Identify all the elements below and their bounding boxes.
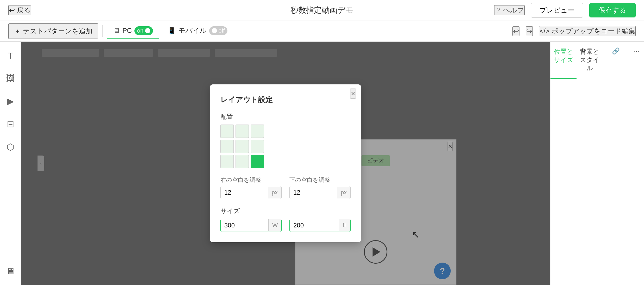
align-cell-top-right[interactable] bbox=[251, 125, 264, 138]
height-unit: H bbox=[339, 219, 350, 231]
size-label: サイズ bbox=[220, 207, 351, 215]
right-panel-tabs: 位置とサイズ 背景とスタイル 🔗 ⋯ bbox=[550, 42, 644, 79]
height-input[interactable] bbox=[290, 219, 339, 232]
bottom-margin-input-wrap: px bbox=[289, 186, 351, 199]
help-button[interactable]: ？ ヘルプ bbox=[494, 5, 525, 15]
preview-button[interactable]: プレビュー bbox=[531, 3, 583, 18]
toggle-off-label: off bbox=[219, 27, 225, 34]
sidebar-icon-text[interactable]: T bbox=[4, 47, 17, 64]
tab-position-size[interactable]: 位置とサイズ bbox=[550, 42, 577, 79]
top-bar-right: ？ ヘルプ プレビュー 保存する bbox=[494, 3, 636, 18]
align-cell-bot-right[interactable] bbox=[251, 155, 264, 168]
save-button[interactable]: 保存する bbox=[589, 3, 636, 17]
pc-label: PC bbox=[122, 27, 132, 35]
sidebar-icon-image[interactable]: 🖼 bbox=[2, 70, 18, 87]
align-cell-top-center[interactable] bbox=[236, 125, 249, 138]
align-cell-bot-center[interactable] bbox=[236, 155, 249, 168]
placement-label: 配置 bbox=[220, 113, 351, 121]
right-margin-input-wrap: px bbox=[220, 186, 282, 199]
tab-pc[interactable]: 🖥 PC on bbox=[107, 24, 159, 39]
add-pattern-label: テストパターンを追加 bbox=[23, 27, 92, 36]
tab-mobile[interactable]: 📱 モバイル off bbox=[161, 23, 234, 39]
sidebar-icon-shape[interactable]: ⬡ bbox=[3, 138, 18, 156]
tab-more[interactable]: ⋯ bbox=[629, 42, 644, 79]
back-icon: ↩ bbox=[9, 6, 15, 15]
redo-button[interactable]: ↪ bbox=[526, 26, 533, 36]
mobile-label: モバイル bbox=[178, 26, 207, 35]
left-sidebar: T 🖼 ▶ ⊟ ⬡ 🖥 bbox=[0, 42, 21, 285]
align-cell-mid-left[interactable] bbox=[220, 140, 234, 153]
tab-link[interactable]: 🔗 bbox=[603, 42, 629, 79]
sidebar-icon-display[interactable]: 🖥 bbox=[2, 262, 18, 280]
top-bar-left: ↩ 戻る bbox=[8, 5, 31, 15]
right-margin-input[interactable] bbox=[221, 186, 268, 199]
bottom-margin-unit: px bbox=[337, 187, 350, 199]
code-edit-label: ポップアップをコード編集 bbox=[552, 27, 635, 36]
bottom-margin-group: 下の空白を調整 px bbox=[289, 176, 351, 199]
main-layout: T 🖼 ▶ ⊟ ⬡ 🖥 ‹ ポップアップ × bbox=[0, 42, 644, 285]
second-bar-right: ↩ ↪ </> ポップアップをコード編集 bbox=[512, 26, 636, 36]
height-group: H bbox=[289, 219, 351, 232]
align-cell-mid-center[interactable] bbox=[236, 140, 249, 153]
pc-toggle[interactable]: on bbox=[134, 26, 153, 35]
code-edit-button[interactable]: </> ポップアップをコード編集 bbox=[539, 26, 636, 36]
code-icon: </> bbox=[540, 27, 549, 35]
plus-icon: ＋ bbox=[14, 27, 21, 36]
undo-button[interactable]: ↩ bbox=[512, 26, 519, 36]
mobile-toggle[interactable]: off bbox=[209, 26, 227, 35]
align-cell-bot-left[interactable] bbox=[220, 155, 234, 168]
bottom-margin-input[interactable] bbox=[290, 186, 337, 199]
second-bar: ＋ テストパターンを追加 🖥 PC on 📱 モバイル off ↩ ↪ </> … bbox=[0, 21, 644, 42]
canvas-area: ‹ ポップアップ × ビデオ ↖ ? レイアウト設定 × 配置 bbox=[21, 42, 550, 285]
spacing-row: 右の空白を調整 px 下の空白を調整 px bbox=[220, 176, 351, 199]
page-title: 秒数指定動画デモ bbox=[290, 5, 354, 16]
width-unit: W bbox=[268, 219, 281, 231]
sidebar-icon-form[interactable]: ⊟ bbox=[3, 115, 18, 133]
size-row: W H bbox=[220, 219, 351, 232]
width-input[interactable] bbox=[221, 219, 268, 232]
help-label: ヘルプ bbox=[503, 6, 524, 15]
right-panel: 位置とサイズ 背景とスタイル 🔗 ⋯ bbox=[550, 42, 644, 285]
right-margin-label: 右の空白を調整 bbox=[220, 176, 282, 184]
mobile-icon: 📱 bbox=[168, 27, 176, 35]
height-input-wrap: H bbox=[289, 219, 351, 232]
tab-background-style[interactable]: 背景とスタイル bbox=[577, 42, 603, 79]
modal-close-button[interactable]: × bbox=[350, 89, 356, 98]
add-pattern-button[interactable]: ＋ テストパターンを追加 bbox=[8, 23, 98, 39]
back-label: 戻る bbox=[17, 6, 31, 15]
width-input-wrap: W bbox=[220, 219, 282, 232]
toggle-on-circle bbox=[145, 28, 150, 33]
modal-overlay: レイアウト設定 × 配置 右 bbox=[21, 42, 550, 285]
toggle-off-circle bbox=[212, 28, 217, 33]
second-bar-left: ＋ テストパターンを追加 🖥 PC on 📱 モバイル off bbox=[8, 23, 234, 39]
divider bbox=[102, 25, 103, 37]
toggle-on-label: on bbox=[137, 27, 143, 34]
sidebar-icon-video[interactable]: ▶ bbox=[3, 92, 17, 110]
alignment-grid bbox=[220, 125, 351, 168]
back-button[interactable]: ↩ 戻る bbox=[8, 5, 31, 15]
top-bar: ↩ 戻る 秒数指定動画デモ ？ ヘルプ プレビュー 保存する bbox=[0, 0, 644, 21]
bottom-margin-label: 下の空白を調整 bbox=[289, 176, 351, 184]
align-cell-top-left[interactable] bbox=[220, 125, 234, 138]
question-icon: ？ bbox=[495, 6, 501, 15]
right-margin-unit: px bbox=[268, 187, 281, 199]
width-group: W bbox=[220, 219, 282, 232]
pc-icon: 🖥 bbox=[113, 27, 120, 35]
layout-settings-modal: レイアウト設定 × 配置 右 bbox=[210, 84, 361, 242]
right-margin-group: 右の空白を調整 px bbox=[220, 176, 282, 199]
align-cell-mid-right[interactable] bbox=[251, 140, 264, 153]
modal-title: レイアウト設定 bbox=[220, 95, 351, 105]
